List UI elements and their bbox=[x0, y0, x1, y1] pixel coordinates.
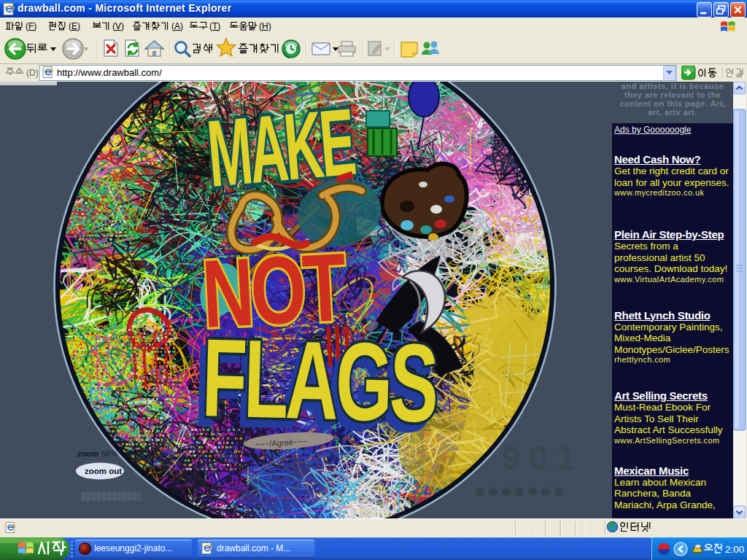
svg-text:zoom: zoom bbox=[77, 449, 98, 458]
svg-text:(H): (H) bbox=[259, 21, 271, 31]
svg-text:(A): (A) bbox=[171, 21, 183, 31]
svg-text:901: 901 bbox=[502, 439, 584, 477]
svg-text:(D): (D) bbox=[26, 68, 39, 78]
svg-text:66%: 66% bbox=[101, 449, 117, 458]
svg-text:(V): (V) bbox=[112, 21, 124, 31]
svg-text:(F): (F) bbox=[26, 21, 36, 31]
svg-text:(T): (T) bbox=[209, 21, 220, 31]
svg-text:zoom out: zoom out bbox=[85, 467, 122, 475]
svg-text:(E): (E) bbox=[69, 21, 80, 31]
svg-text:2:00: 2:00 bbox=[725, 544, 744, 555]
